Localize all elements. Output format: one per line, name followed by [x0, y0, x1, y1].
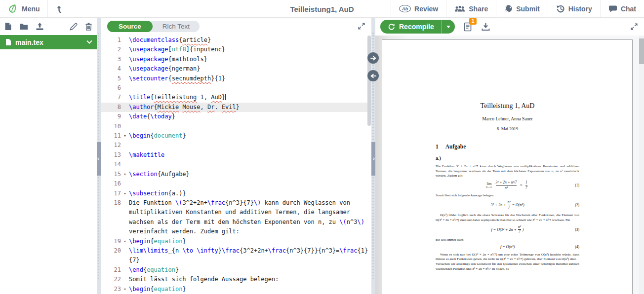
file-item-main-tex[interactable]: main.tex [0, 35, 97, 49]
fold-arrow-icon[interactable]: ▾ [121, 237, 129, 246]
line-number: 9 [101, 112, 129, 121]
sync-buttons [367, 52, 379, 81]
code-text[interactable]: Somit lässt sich folgende Aussage belege… [129, 275, 371, 284]
code-text[interactable]: \usepackage[utf8]{inputenc} [129, 45, 371, 54]
equation-number: (1) [575, 183, 579, 187]
collapse-pdf-handle[interactable] [371, 142, 375, 176]
recompile-dropdown[interactable] [442, 20, 455, 34]
code-line[interactable]: 4\usepackage{ngerman} [101, 64, 371, 74]
code-line[interactable]: 6 [101, 83, 371, 93]
fold-spacer [121, 103, 129, 112]
code-line[interactable]: 20\lim\limits_{n \to \infty}\frac{3^2+2n… [101, 246, 371, 265]
code-line[interactable]: 17▾\subsection{a.)} [101, 189, 371, 198]
pdf-paragraph: Die Funktion 3² + 2n + n³/7 kann durch W… [436, 164, 579, 178]
line-number: 1 [101, 36, 129, 45]
code-text[interactable]: \setcounter{secnumdepth}{1} [129, 74, 371, 83]
fold-spacer [121, 83, 129, 93]
code-text[interactable] [129, 141, 371, 150]
line-number: 8 [101, 103, 129, 112]
pdf-subsection-heading: a.) [436, 155, 579, 161]
code-line[interactable]: 18Die Funktion \(3^2+2n+\frac{n^3}{7}\) … [101, 198, 371, 237]
logs-button[interactable]: 1 [464, 22, 472, 32]
fold-arrow-icon[interactable]: ▾ [121, 170, 129, 179]
code-line[interactable]: 14 [101, 160, 371, 169]
code-line[interactable]: 12 [101, 141, 371, 150]
code-text[interactable] [129, 83, 371, 93]
code-line[interactable]: 10 [101, 122, 371, 131]
code-text[interactable]: \begin{equation} [129, 285, 371, 294]
code-text[interactable] [129, 179, 371, 188]
submit-button[interactable]: Submit [496, 0, 547, 17]
pdf-scrollbar-thumb[interactable] [639, 38, 644, 64]
code-text[interactable]: \usepackage{ngerman} [129, 64, 371, 74]
line-number: 12 [101, 141, 129, 150]
new-folder-button[interactable] [19, 23, 28, 30]
code-line[interactable]: 2\usepackage[utf8]{inputenc} [101, 45, 371, 54]
line-number: 20 [101, 246, 129, 265]
fold-arrow-icon[interactable]: ▾ [121, 189, 129, 198]
fold-arrow-icon[interactable]: ▾ [121, 131, 129, 141]
code-line[interactable]: 13\maketitle [101, 150, 371, 160]
code-line[interactable]: 3\usepackage{mathtools} [101, 55, 371, 64]
chat-button[interactable]: Chat [600, 0, 644, 17]
refresh-icon [388, 23, 395, 31]
code-line[interactable]: 7\title{Teilleistung 1, AuD} [101, 93, 371, 102]
editor-fullscreen-icon[interactable] [358, 23, 365, 30]
code-text[interactable]: \subsection{a.)} [129, 189, 371, 198]
code-line[interactable]: 8\author{Mickie Mouse, Dr. Evil} [101, 103, 371, 112]
code-line[interactable]: 19▾\begin{equation} [101, 237, 371, 246]
code-line[interactable]: 16 [101, 179, 371, 188]
code-text[interactable]: \begin{equation} [129, 237, 371, 246]
pdf-fullscreen-icon[interactable] [631, 23, 638, 30]
code-text[interactable]: Die Funktion \(3^2+2n+\frac{n^3}{7}\) ka… [129, 198, 371, 237]
line-number: 19▾ [101, 237, 129, 246]
history-button[interactable]: History [548, 0, 600, 17]
jump-to-code-button[interactable] [367, 70, 379, 81]
code-line[interactable]: 5\setcounter{secnumdepth}{1} [101, 74, 371, 83]
upload-button[interactable] [36, 22, 44, 31]
code-line[interactable]: 21\end{equation} [101, 265, 371, 275]
pdf-scrollbar-track[interactable] [639, 36, 644, 294]
code-text[interactable]: \begin{document} [129, 131, 371, 141]
fold-spacer [121, 55, 129, 64]
code-text[interactable]: \section{Aufgabe} [129, 170, 371, 179]
code-text[interactable]: \usepackage{mathtools} [129, 55, 371, 64]
editor-toolbar: Source Rich Text [101, 18, 371, 35]
code-line[interactable]: 22Somit lässt sich folgende Aussage bele… [101, 275, 371, 284]
review-button[interactable]: Ab Review [391, 0, 446, 17]
code-text[interactable]: \end{equation} [129, 265, 371, 275]
line-number: 15▾ [101, 170, 129, 179]
code-text[interactable] [129, 122, 371, 131]
code-text[interactable]: \maketitle [129, 150, 371, 160]
pdf-page[interactable]: Teilleistung 1, AuD Marco Lehner, Anna S… [382, 39, 633, 294]
code-line[interactable]: 9\date{\today} [101, 112, 371, 121]
code-text[interactable]: \author{Mickie Mouse, Dr. Evil} [129, 103, 371, 112]
new-file-button[interactable] [4, 22, 12, 31]
code-line[interactable]: 15▾\section{Aufgabe} [101, 170, 371, 179]
section-title: Aufgabe [445, 144, 466, 149]
code-text[interactable]: \lim\limits_{n \to \infty}\frac{3^2+2n+\… [129, 246, 371, 265]
chevron-down-icon[interactable] [86, 38, 92, 43]
rename-pencil-icon[interactable] [70, 23, 78, 31]
code-text[interactable]: \date{\today} [129, 112, 371, 121]
section-number: 1 [436, 144, 439, 149]
delete-trash-icon[interactable] [85, 22, 92, 31]
code-text[interactable]: \documentclass{article} [129, 36, 371, 45]
download-pdf-button[interactable] [482, 22, 490, 31]
jump-to-pdf-button[interactable] [367, 52, 379, 64]
tab-source[interactable]: Source [107, 21, 153, 32]
fold-arrow-icon[interactable]: ▾ [121, 285, 129, 294]
pdf-section-heading: 1 Aufgabe [436, 144, 579, 149]
code-line[interactable]: 11▾\begin{document} [101, 131, 371, 141]
fold-spacer [121, 74, 129, 83]
code-line[interactable]: 1\documentclass{article} [101, 36, 371, 45]
code-text[interactable] [129, 160, 371, 169]
collapse-file-tree-handle[interactable] [97, 142, 101, 176]
code-text[interactable]: \title{Teilleistung 1, AuD} [129, 93, 371, 102]
code-line[interactable]: 23▾\begin{equation} [101, 285, 371, 294]
file-tree-resizer[interactable] [97, 18, 101, 294]
share-button[interactable]: Share [446, 0, 496, 17]
code-editor[interactable]: 1\documentclass{article}2\usepackage[utf… [101, 35, 371, 294]
recompile-button[interactable]: Recompile [380, 20, 442, 34]
tab-rich-text[interactable]: Rich Text [153, 21, 200, 32]
